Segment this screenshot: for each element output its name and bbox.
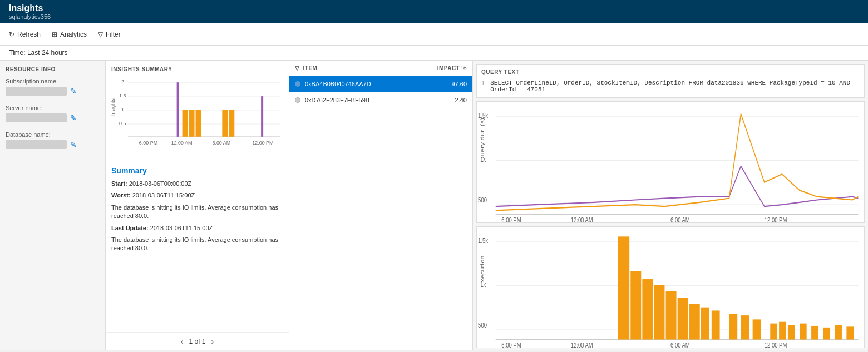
insights-chart-svg: 2 1.5 1 0.5: [111, 77, 283, 149]
query-code: SELECT OrderLineID, OrderID, StockItemID…: [490, 80, 860, 93]
item-impact-1: 2.40: [422, 97, 467, 103]
time-label: Time: Last 24 hours: [9, 49, 68, 57]
main-content: RESOURCE INFO Subscription name: Server …: [0, 61, 868, 350]
svg-text:6:00 PM: 6:00 PM: [501, 216, 521, 222]
filter-table-icon: ▽: [295, 65, 300, 71]
svg-rect-14: [229, 110, 234, 137]
refresh-icon: [9, 31, 14, 38]
pagination: ‹ 1 of 1 ›: [106, 332, 289, 350]
app-title: Insights: [9, 3, 859, 13]
summary-worst-label: Worst:: [111, 192, 131, 199]
summary-start: Start: 2018-03-06T00:00:00Z: [111, 180, 283, 188]
page-total: 1: [202, 338, 206, 345]
svg-text:12:00 PM: 12:00 PM: [765, 341, 787, 348]
svg-text:6:00 PM: 6:00 PM: [139, 140, 157, 146]
query-line-number: 1: [481, 80, 485, 93]
summary-last-update-label: Last Update:: [111, 225, 149, 231]
database-value: [6, 140, 67, 149]
svg-rect-42: [642, 279, 653, 340]
right-charts: 1.5k 1k 500 6:00 PM 12:00 AM: [473, 100, 868, 350]
server-field: Server name:: [6, 105, 100, 122]
toolbar: Refresh Analytics Filter: [0, 23, 868, 46]
svg-rect-41: [630, 271, 641, 340]
subscription-field: Subscription name:: [6, 78, 100, 96]
svg-rect-52: [770, 324, 777, 340]
server-edit-icon[interactable]: [70, 113, 77, 122]
server-value: [6, 113, 67, 122]
svg-text:12:00 PM: 12:00 PM: [765, 216, 787, 222]
item-dot-1: [295, 97, 300, 103]
item-row[interactable]: 0xBA4B0B040746AA7D 97.60: [289, 76, 472, 92]
page-current: 1: [189, 338, 193, 345]
svg-text:6:00 AM: 6:00 AM: [212, 140, 230, 146]
svg-text:12:00 AM: 12:00 AM: [571, 341, 593, 348]
svg-text:12:00 PM: 12:00 PM: [252, 140, 273, 146]
database-label: Database name:: [6, 131, 100, 138]
filter-button[interactable]: Filter: [98, 31, 121, 38]
svg-text:6:00 AM: 6:00 AM: [670, 216, 690, 222]
svg-rect-9: [177, 82, 179, 137]
app-subtitle: sqlanalytics356: [9, 13, 859, 20]
svg-text:2: 2: [121, 79, 124, 85]
summary-start-value: 2018-03-06T00:00:00Z: [129, 180, 192, 187]
svg-rect-57: [823, 328, 830, 340]
svg-text:Execution: Execution: [479, 255, 485, 287]
page-separator: of: [194, 338, 200, 345]
svg-rect-46: [689, 304, 700, 340]
summary-desc1: The database is hitting its IO limits. A…: [111, 204, 283, 221]
query-panel: QUERY TEXT 1 SELECT OrderLineID, OrderID…: [473, 61, 868, 350]
svg-rect-12: [196, 110, 201, 137]
insights-summary-title: INSIGHTS SUMMARY: [106, 61, 289, 75]
item-name-1: 0xD762F283F7FBF59B: [305, 97, 422, 103]
summary-worst: Worst: 2018-03-06T11:15:00Z: [111, 191, 283, 200]
server-label: Server name:: [6, 105, 100, 111]
svg-rect-15: [261, 96, 263, 137]
svg-text:0.5: 0.5: [119, 121, 126, 126]
svg-text:1.5k: 1.5k: [478, 237, 488, 245]
svg-text:1.5: 1.5: [119, 93, 126, 98]
subscription-value: [6, 87, 67, 96]
svg-rect-45: [678, 298, 688, 339]
items-panel: ▽ ITEM IMPACT % 0xBA4B0B040746AA7D 97.60…: [289, 61, 473, 350]
subscription-edit-icon[interactable]: [70, 87, 77, 96]
summary-desc2: The database is hitting its IO limits. A…: [111, 236, 283, 253]
svg-rect-44: [666, 291, 677, 340]
analytics-label: Analytics: [60, 31, 87, 38]
svg-text:Insights: Insights: [111, 98, 116, 116]
svg-text:12:00 AM: 12:00 AM: [171, 140, 193, 146]
svg-rect-49: [729, 314, 737, 339]
summary-last-update: Last Update: 2018-03-06T11:15:00Z: [111, 224, 283, 232]
svg-rect-13: [222, 110, 228, 137]
svg-rect-43: [654, 285, 664, 339]
col-impact-header: IMPACT %: [422, 65, 467, 71]
database-field: Database name:: [6, 131, 100, 149]
item-row[interactable]: 0xD762F283F7FBF59B 2.40: [289, 92, 472, 108]
analytics-icon: [52, 31, 57, 38]
insights-summary-panel: INSIGHTS SUMMARY 2 1.5 1 0.5: [106, 61, 289, 350]
summary-section: Summary Start: 2018-03-06T00:00:00Z Wors…: [106, 161, 289, 332]
item-name-0: 0xBA4B0B040746AA7D: [305, 81, 422, 87]
database-edit-icon[interactable]: [70, 140, 77, 149]
svg-text:6:00 PM: 6:00 PM: [501, 341, 521, 348]
resource-info-title: RESOURCE INFO: [6, 66, 100, 72]
svg-rect-50: [741, 315, 749, 339]
item-dot-0: [295, 81, 300, 87]
svg-rect-54: [788, 325, 795, 339]
execution-chart: 1.5k 1k 500: [476, 226, 865, 348]
refresh-label: Refresh: [17, 31, 41, 38]
svg-text:6:00 AM: 6:00 AM: [670, 341, 690, 348]
summary-last-update-value: 2018-03-06T11:15:00Z: [150, 225, 213, 231]
app-header: Insights sqlanalytics356: [0, 0, 868, 23]
refresh-button[interactable]: Refresh: [9, 31, 41, 38]
next-page-button[interactable]: ›: [211, 337, 214, 346]
svg-rect-53: [779, 322, 786, 340]
prev-page-button[interactable]: ‹: [181, 337, 184, 346]
svg-text:12:00 AM: 12:00 AM: [571, 216, 593, 222]
filter-label: Filter: [106, 31, 121, 38]
insights-chart: 2 1.5 1 0.5: [106, 75, 289, 161]
svg-rect-10: [183, 110, 188, 137]
summary-heading: Summary: [111, 166, 283, 175]
analytics-button[interactable]: Analytics: [52, 31, 87, 38]
svg-rect-58: [835, 325, 842, 339]
svg-text:500: 500: [478, 321, 487, 329]
